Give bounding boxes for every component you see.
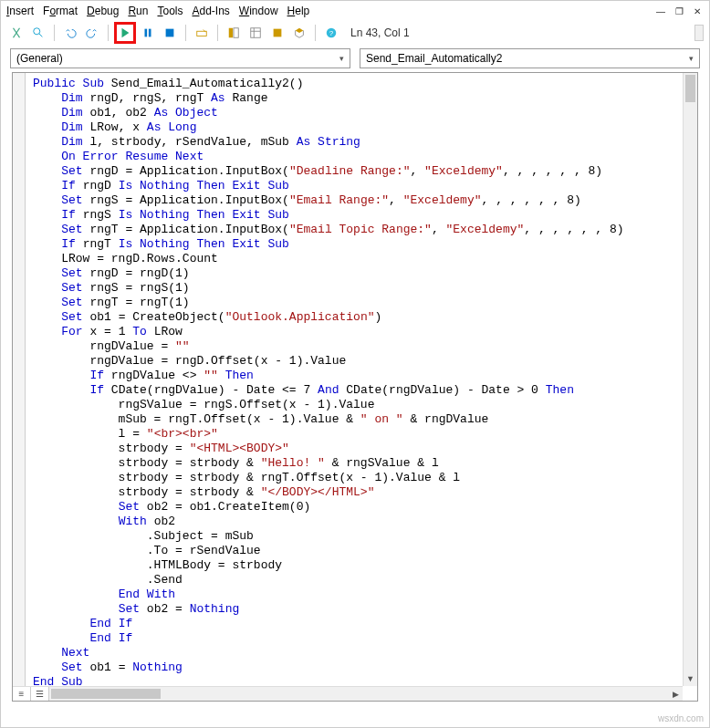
restore-button[interactable]: ❐ — [673, 5, 685, 17]
menu-tools[interactable]: Tools — [157, 5, 183, 17]
scroll-right-arrow[interactable]: ▶ — [668, 687, 683, 701]
cursor-position: Ln 43, Col 1 — [350, 26, 410, 39]
undo-icon[interactable] — [60, 23, 80, 43]
menu-format[interactable]: Format — [43, 5, 78, 17]
code-text[interactable]: Public Sub Send_Email_Automatically2() D… — [33, 77, 675, 686]
svg-rect-2 — [149, 29, 151, 37]
menu-addins[interactable]: Add-Ins — [192, 5, 229, 17]
minimize-button[interactable]: — — [654, 5, 667, 17]
menu-run[interactable]: Run — [128, 5, 148, 17]
object-dropdown[interactable]: (General) ▾ — [10, 48, 350, 68]
code-editor[interactable]: Public Sub Send_Email_Automatically2() D… — [12, 72, 698, 702]
svg-rect-5 — [229, 28, 233, 38]
find-icon[interactable] — [28, 23, 48, 43]
svg-rect-8 — [274, 29, 282, 37]
menu-help[interactable]: Help — [287, 5, 310, 17]
chevron-down-icon: ▾ — [339, 54, 344, 63]
svg-text:?: ? — [329, 29, 334, 37]
procedure-dropdown-value: Send_Email_Automatically2 — [366, 52, 502, 65]
toolbar-overflow[interactable] — [694, 25, 704, 41]
code-navigation-bar: (General) ▾ Send_Email_Automatically2 ▾ — [1, 45, 709, 72]
help-icon[interactable]: ? — [321, 23, 341, 43]
menu-window[interactable]: Window — [239, 5, 278, 17]
redo-icon[interactable] — [82, 23, 102, 43]
margin-indicator-bar — [13, 73, 26, 686]
menu-debug[interactable]: Debug — [87, 5, 119, 17]
svg-rect-6 — [234, 28, 238, 38]
pause-button[interactable] — [138, 23, 158, 43]
properties-icon[interactable] — [245, 23, 266, 43]
horizontal-scrollbar[interactable]: ◀ ▶ — [49, 686, 683, 701]
full-module-view-button[interactable]: ☰ — [31, 687, 49, 701]
procedure-dropdown[interactable]: Send_Email_Automatically2 ▾ — [360, 48, 700, 68]
run-button[interactable] — [117, 25, 133, 41]
svg-rect-7 — [251, 28, 261, 38]
scroll-thumb-v[interactable] — [685, 75, 695, 102]
svg-rect-1 — [145, 29, 148, 37]
cut-icon[interactable] — [6, 23, 26, 43]
menu-bar: Insert Format Debug Run Tools Add-Ins Wi… — [1, 1, 709, 21]
scroll-thumb-h[interactable] — [51, 689, 161, 699]
toolbox-icon[interactable] — [289, 23, 309, 43]
vertical-scrollbar[interactable]: ▲ ▼ — [683, 73, 697, 686]
procedure-view-button[interactable]: ≡ — [13, 687, 31, 701]
svg-point-0 — [34, 28, 40, 35]
design-mode-icon[interactable] — [192, 23, 212, 43]
watermark: wsxdn.com — [658, 713, 704, 723]
object-dropdown-value: (General) — [16, 52, 63, 65]
scroll-down-arrow[interactable]: ▼ — [684, 671, 697, 686]
stop-button[interactable] — [160, 23, 180, 43]
svg-rect-3 — [166, 29, 174, 37]
run-button-highlight — [114, 22, 136, 44]
toolbar: ? Ln 43, Col 1 — [1, 21, 709, 45]
chevron-down-icon: ▾ — [689, 54, 694, 63]
close-button[interactable]: ✕ — [691, 5, 704, 17]
menu-insert[interactable]: Insert — [6, 5, 34, 17]
view-mode-buttons: ≡ ☰ — [13, 686, 49, 701]
object-browser-icon[interactable] — [267, 23, 287, 43]
project-explorer-icon[interactable] — [224, 23, 244, 43]
